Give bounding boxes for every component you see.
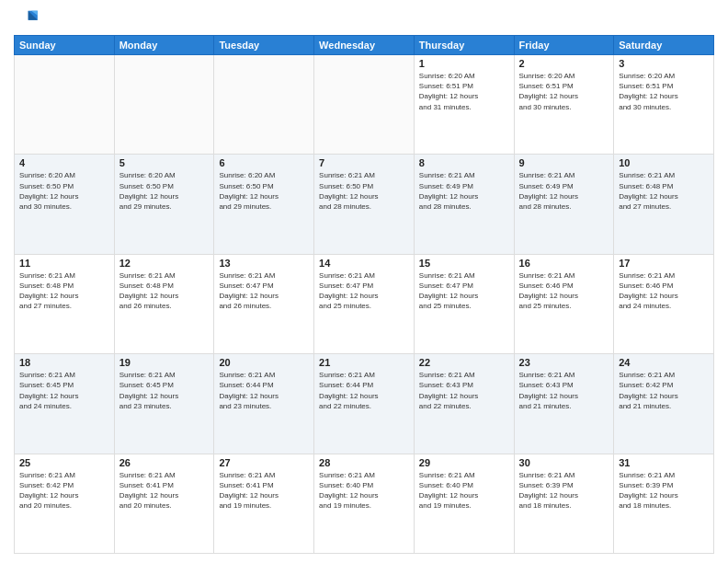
day-number: 7 bbox=[319, 157, 409, 168]
day-number: 9 bbox=[519, 157, 609, 168]
header bbox=[14, 9, 714, 29]
calendar-cell: 21Sunrise: 6:21 AM Sunset: 6:44 PM Dayli… bbox=[314, 354, 415, 454]
day-info: Sunrise: 6:21 AM Sunset: 6:40 PM Dayligh… bbox=[419, 470, 509, 511]
calendar-cell: 20Sunrise: 6:21 AM Sunset: 6:44 PM Dayli… bbox=[214, 354, 314, 454]
weekday-header: Sunday bbox=[15, 36, 115, 55]
calendar-cell: 3Sunrise: 6:20 AM Sunset: 6:51 PM Daylig… bbox=[614, 55, 714, 155]
calendar-cell: 24Sunrise: 6:21 AM Sunset: 6:42 PM Dayli… bbox=[614, 354, 714, 454]
calendar-week-row: 18Sunrise: 6:21 AM Sunset: 6:45 PM Dayli… bbox=[15, 354, 714, 454]
day-number: 13 bbox=[219, 258, 309, 269]
day-info: Sunrise: 6:21 AM Sunset: 6:49 PM Dayligh… bbox=[519, 170, 609, 212]
day-info: Sunrise: 6:21 AM Sunset: 6:43 PM Dayligh… bbox=[419, 370, 509, 411]
calendar-cell: 28Sunrise: 6:21 AM Sunset: 6:40 PM Dayli… bbox=[314, 454, 415, 553]
calendar-week-row: 4Sunrise: 6:20 AM Sunset: 6:50 PM Daylig… bbox=[15, 155, 714, 254]
day-info: Sunrise: 6:20 AM Sunset: 6:51 PM Dayligh… bbox=[519, 71, 609, 112]
day-info: Sunrise: 6:20 AM Sunset: 6:50 PM Dayligh… bbox=[219, 170, 309, 212]
day-info: Sunrise: 6:21 AM Sunset: 6:40 PM Dayligh… bbox=[319, 470, 409, 511]
day-number: 24 bbox=[619, 357, 709, 368]
calendar-cell: 4Sunrise: 6:20 AM Sunset: 6:50 PM Daylig… bbox=[15, 155, 115, 254]
day-number: 27 bbox=[219, 457, 309, 468]
calendar-cell: 10Sunrise: 6:21 AM Sunset: 6:48 PM Dayli… bbox=[614, 155, 714, 254]
calendar-cell bbox=[114, 55, 214, 155]
calendar-cell: 18Sunrise: 6:21 AM Sunset: 6:45 PM Dayli… bbox=[15, 354, 115, 454]
calendar-cell: 5Sunrise: 6:20 AM Sunset: 6:50 PM Daylig… bbox=[114, 155, 214, 254]
day-info: Sunrise: 6:21 AM Sunset: 6:45 PM Dayligh… bbox=[119, 370, 210, 411]
day-info: Sunrise: 6:21 AM Sunset: 6:39 PM Dayligh… bbox=[519, 470, 609, 511]
day-number: 10 bbox=[619, 157, 709, 168]
day-number: 21 bbox=[319, 357, 409, 368]
day-info: Sunrise: 6:21 AM Sunset: 6:39 PM Dayligh… bbox=[619, 470, 709, 511]
day-info: Sunrise: 6:21 AM Sunset: 6:41 PM Dayligh… bbox=[219, 470, 309, 511]
day-number: 2 bbox=[519, 58, 609, 69]
weekday-header: Friday bbox=[514, 36, 614, 55]
day-info: Sunrise: 6:21 AM Sunset: 6:44 PM Dayligh… bbox=[319, 370, 409, 411]
calendar-cell: 30Sunrise: 6:21 AM Sunset: 6:39 PM Dayli… bbox=[514, 454, 614, 553]
day-number: 3 bbox=[619, 58, 709, 69]
day-info: Sunrise: 6:21 AM Sunset: 6:48 PM Dayligh… bbox=[119, 270, 210, 312]
day-number: 25 bbox=[19, 457, 109, 468]
calendar-cell: 1Sunrise: 6:20 AM Sunset: 6:51 PM Daylig… bbox=[414, 55, 514, 155]
day-info: Sunrise: 6:21 AM Sunset: 6:42 PM Dayligh… bbox=[619, 370, 709, 411]
calendar-cell: 19Sunrise: 6:21 AM Sunset: 6:45 PM Dayli… bbox=[114, 354, 214, 454]
day-number: 23 bbox=[519, 357, 609, 368]
calendar-cell: 17Sunrise: 6:21 AM Sunset: 6:46 PM Dayli… bbox=[614, 254, 714, 353]
calendar-cell: 31Sunrise: 6:21 AM Sunset: 6:39 PM Dayli… bbox=[614, 454, 714, 553]
day-number: 15 bbox=[419, 258, 509, 269]
day-number: 19 bbox=[119, 357, 210, 368]
weekday-header: Tuesday bbox=[214, 36, 314, 55]
day-info: Sunrise: 6:21 AM Sunset: 6:44 PM Dayligh… bbox=[219, 370, 309, 411]
day-info: Sunrise: 6:21 AM Sunset: 6:48 PM Dayligh… bbox=[19, 270, 109, 312]
day-info: Sunrise: 6:20 AM Sunset: 6:51 PM Dayligh… bbox=[419, 71, 509, 112]
calendar-cell bbox=[314, 55, 415, 155]
day-number: 6 bbox=[219, 157, 309, 168]
day-info: Sunrise: 6:21 AM Sunset: 6:48 PM Dayligh… bbox=[619, 170, 709, 212]
day-info: Sunrise: 6:21 AM Sunset: 6:46 PM Dayligh… bbox=[619, 270, 709, 312]
calendar-cell: 14Sunrise: 6:21 AM Sunset: 6:47 PM Dayli… bbox=[314, 254, 415, 353]
day-info: Sunrise: 6:21 AM Sunset: 6:45 PM Dayligh… bbox=[19, 370, 109, 411]
calendar-cell: 12Sunrise: 6:21 AM Sunset: 6:48 PM Dayli… bbox=[114, 254, 214, 353]
weekday-header: Saturday bbox=[614, 36, 714, 55]
calendar-cell: 13Sunrise: 6:21 AM Sunset: 6:47 PM Dayli… bbox=[214, 254, 314, 353]
day-info: Sunrise: 6:20 AM Sunset: 6:50 PM Dayligh… bbox=[119, 170, 210, 212]
day-info: Sunrise: 6:20 AM Sunset: 6:51 PM Dayligh… bbox=[619, 71, 709, 112]
day-number: 14 bbox=[319, 258, 409, 269]
calendar-cell: 6Sunrise: 6:20 AM Sunset: 6:50 PM Daylig… bbox=[214, 155, 314, 254]
day-info: Sunrise: 6:20 AM Sunset: 6:50 PM Dayligh… bbox=[19, 170, 109, 212]
weekday-header: Monday bbox=[114, 36, 214, 55]
day-number: 20 bbox=[219, 357, 309, 368]
day-info: Sunrise: 6:21 AM Sunset: 6:42 PM Dayligh… bbox=[19, 470, 109, 511]
day-number: 22 bbox=[419, 357, 509, 368]
day-number: 29 bbox=[419, 457, 509, 468]
day-number: 18 bbox=[19, 357, 109, 368]
calendar-cell: 8Sunrise: 6:21 AM Sunset: 6:49 PM Daylig… bbox=[414, 155, 514, 254]
day-number: 8 bbox=[419, 157, 509, 168]
calendar-cell: 11Sunrise: 6:21 AM Sunset: 6:48 PM Dayli… bbox=[15, 254, 115, 353]
day-number: 28 bbox=[319, 457, 409, 468]
day-number: 17 bbox=[619, 258, 709, 269]
day-number: 1 bbox=[419, 58, 509, 69]
weekday-header: Wednesday bbox=[314, 36, 415, 55]
day-info: Sunrise: 6:21 AM Sunset: 6:43 PM Dayligh… bbox=[519, 370, 609, 411]
calendar-cell: 26Sunrise: 6:21 AM Sunset: 6:41 PM Dayli… bbox=[114, 454, 214, 553]
day-number: 30 bbox=[519, 457, 609, 468]
calendar-week-row: 1Sunrise: 6:20 AM Sunset: 6:51 PM Daylig… bbox=[15, 55, 714, 155]
calendar-cell: 27Sunrise: 6:21 AM Sunset: 6:41 PM Dayli… bbox=[214, 454, 314, 553]
calendar-cell: 7Sunrise: 6:21 AM Sunset: 6:50 PM Daylig… bbox=[314, 155, 415, 254]
day-number: 16 bbox=[519, 258, 609, 269]
day-number: 4 bbox=[19, 157, 109, 168]
day-info: Sunrise: 6:21 AM Sunset: 6:50 PM Dayligh… bbox=[319, 170, 409, 212]
day-info: Sunrise: 6:21 AM Sunset: 6:47 PM Dayligh… bbox=[219, 270, 309, 312]
logo-icon bbox=[14, 9, 40, 29]
calendar-cell bbox=[15, 55, 115, 155]
weekday-header: Thursday bbox=[414, 36, 514, 55]
logo bbox=[14, 9, 42, 29]
calendar-week-row: 11Sunrise: 6:21 AM Sunset: 6:48 PM Dayli… bbox=[15, 254, 714, 353]
day-info: Sunrise: 6:21 AM Sunset: 6:46 PM Dayligh… bbox=[519, 270, 609, 312]
calendar-cell: 15Sunrise: 6:21 AM Sunset: 6:47 PM Dayli… bbox=[414, 254, 514, 353]
calendar-cell bbox=[214, 55, 314, 155]
day-info: Sunrise: 6:21 AM Sunset: 6:49 PM Dayligh… bbox=[419, 170, 509, 212]
day-number: 11 bbox=[19, 258, 109, 269]
calendar-cell: 25Sunrise: 6:21 AM Sunset: 6:42 PM Dayli… bbox=[15, 454, 115, 553]
calendar-week-row: 25Sunrise: 6:21 AM Sunset: 6:42 PM Dayli… bbox=[15, 454, 714, 553]
weekday-header-row: SundayMondayTuesdayWednesdayThursdayFrid… bbox=[15, 36, 714, 55]
